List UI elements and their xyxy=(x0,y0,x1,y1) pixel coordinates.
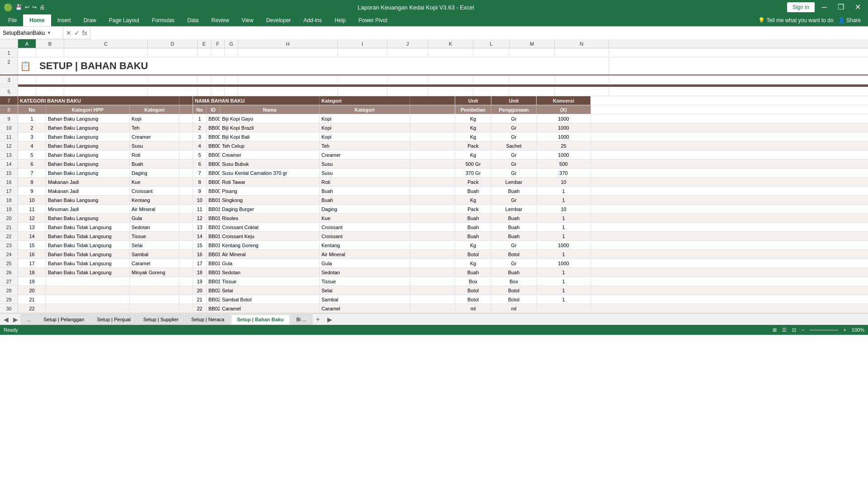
cell[interactable]: Sambal Botol xyxy=(220,295,320,304)
cell[interactable]: Nama xyxy=(220,105,320,114)
data-row[interactable]: 91Bahan Baku LangsungKopi1BB001Biji Kopi… xyxy=(0,114,868,123)
cell[interactable]: Gr xyxy=(491,259,537,267)
cell[interactable]: Daging xyxy=(320,205,410,213)
cell[interactable] xyxy=(18,75,36,84)
cell[interactable]: Caramel xyxy=(320,304,410,313)
cell[interactable]: 500 Gr xyxy=(455,160,491,168)
cell[interactable]: Sedotan xyxy=(220,268,320,277)
col-header-h[interactable]: H xyxy=(238,39,338,48)
cell[interactable]: Box xyxy=(455,277,491,286)
cell[interactable]: Creamer xyxy=(130,132,179,141)
cell[interactable] xyxy=(410,295,455,304)
cell[interactable]: Biji Kopi Brazil xyxy=(220,123,320,132)
name-box-dropdown-icon[interactable]: ▼ xyxy=(47,30,51,35)
cell[interactable]: Teh Celup xyxy=(220,141,320,150)
sheet-tab-pelanggan[interactable]: Setup | Pelanggan xyxy=(38,314,90,324)
cell[interactable]: 7 xyxy=(18,169,46,177)
cell[interactable] xyxy=(46,286,130,295)
cell[interactable]: Croissant xyxy=(320,223,410,231)
cell[interactable]: Teh xyxy=(320,141,410,150)
cell[interactable]: 13 xyxy=(18,223,46,231)
data-row[interactable]: 2113Bahan Baku Tidak LangsungSedotan13BB… xyxy=(0,223,868,232)
cell[interactable] xyxy=(46,304,130,313)
cell[interactable]: Gr xyxy=(491,123,537,132)
cell[interactable] xyxy=(179,259,193,267)
cell[interactable] xyxy=(410,277,455,286)
view-normal-icon[interactable]: ⊞ xyxy=(773,327,777,333)
cell[interactable]: Bahan Baku Tidak Langsung xyxy=(46,223,130,231)
cell[interactable]: 2 xyxy=(18,123,46,132)
tab-help[interactable]: Help xyxy=(328,14,352,26)
cell[interactable]: Bahan Baku Tidak Langsung xyxy=(46,259,130,267)
cell[interactable]: 8 xyxy=(18,178,46,186)
col-header-d[interactable]: D xyxy=(148,39,198,48)
cell[interactable] xyxy=(64,84,148,87)
cell[interactable]: BB001 xyxy=(207,114,220,123)
cell[interactable] xyxy=(410,132,455,141)
cell[interactable] xyxy=(387,84,428,87)
cell[interactable] xyxy=(179,132,193,141)
cell[interactable]: BB007 xyxy=(207,169,220,177)
tab-review[interactable]: Review xyxy=(205,14,235,26)
cell[interactable] xyxy=(130,295,179,304)
cell[interactable]: Kentang xyxy=(130,196,179,204)
cell[interactable]: Bahan Baku Tidak Langsung xyxy=(46,268,130,277)
cell[interactable]: Buah xyxy=(455,214,491,222)
data-row[interactable]: 102Bahan Baku LangsungTeh2BB002Biji Kopi… xyxy=(0,123,868,132)
cell[interactable] xyxy=(179,223,193,231)
tab-power-pivot[interactable]: Power Pivot xyxy=(352,14,394,26)
cell[interactable]: Unit xyxy=(491,96,537,105)
cell[interactable]: 12 xyxy=(18,214,46,222)
data-row[interactable]: 2214Bahan Baku Tidak LangsungTissue14BB0… xyxy=(0,232,868,241)
cell[interactable] xyxy=(338,84,387,87)
sheet-scroll-right[interactable]: ▶ xyxy=(327,316,332,323)
cell[interactable]: Gr xyxy=(491,241,537,249)
cell[interactable] xyxy=(410,96,455,105)
cell[interactable] xyxy=(555,75,609,84)
cell[interactable] xyxy=(36,87,64,96)
cell[interactable] xyxy=(509,48,555,57)
cell[interactable] xyxy=(238,87,338,96)
cell[interactable]: Caramel xyxy=(220,304,320,313)
cell[interactable]: Botol xyxy=(455,286,491,295)
cell[interactable]: Caramel xyxy=(130,259,179,267)
data-row[interactable]: 2517Bahan Baku Tidak LangsungCaramel17BB… xyxy=(0,259,868,268)
cell[interactable]: 19 xyxy=(18,277,46,286)
grid-wrapper[interactable]: 12📋SETUP | BAHAN BAKU3457KATEGORI BAHAN … xyxy=(0,48,868,313)
cell[interactable]: Bahan Baku Langsung xyxy=(46,169,130,177)
sheet-nav-next[interactable]: ▶ xyxy=(11,316,20,323)
data-row[interactable]: 2012Bahan Baku LangsungGula12BB012Risole… xyxy=(0,214,868,223)
cell[interactable]: BB013 xyxy=(207,223,220,231)
cell[interactable]: Buah xyxy=(320,187,410,195)
cell[interactable]: Bahan Baku Langsung xyxy=(46,114,130,123)
cell[interactable] xyxy=(473,87,509,96)
cell[interactable]: 14 xyxy=(18,232,46,240)
cell[interactable] xyxy=(198,75,211,84)
cell[interactable]: Gula xyxy=(130,214,179,222)
cell[interactable] xyxy=(179,150,193,159)
cell[interactable]: Tissue xyxy=(130,232,179,240)
cell[interactable]: Tissue xyxy=(320,277,410,286)
cell[interactable]: BB010 xyxy=(207,196,220,204)
cell[interactable] xyxy=(36,75,64,84)
cell[interactable]: BB005 xyxy=(207,150,220,159)
cell[interactable]: Tissue xyxy=(220,277,320,286)
cell[interactable]: 4 xyxy=(18,141,46,150)
tab-insert[interactable]: Insert xyxy=(51,14,77,26)
col-header-e[interactable]: E xyxy=(198,39,211,48)
cell[interactable]: 4 xyxy=(193,141,207,150)
cell[interactable]: 21 xyxy=(193,295,207,304)
sheet-tab-bahan-baku[interactable]: Setup | Bahan Baku xyxy=(231,314,289,324)
cell[interactable]: BB015 xyxy=(207,241,220,249)
cell[interactable] xyxy=(473,84,509,87)
cell[interactable] xyxy=(211,75,225,84)
cell[interactable]: BB009 xyxy=(207,187,220,195)
cell[interactable] xyxy=(211,84,225,87)
col-header-f[interactable]: F xyxy=(211,39,225,48)
cell[interactable] xyxy=(179,160,193,168)
name-box[interactable]: SetupBahanBaku ▼ xyxy=(0,27,63,39)
cell[interactable] xyxy=(410,241,455,249)
cell[interactable]: 1 xyxy=(193,114,207,123)
cell[interactable] xyxy=(225,84,238,87)
cell[interactable]: 370 Gr xyxy=(455,169,491,177)
